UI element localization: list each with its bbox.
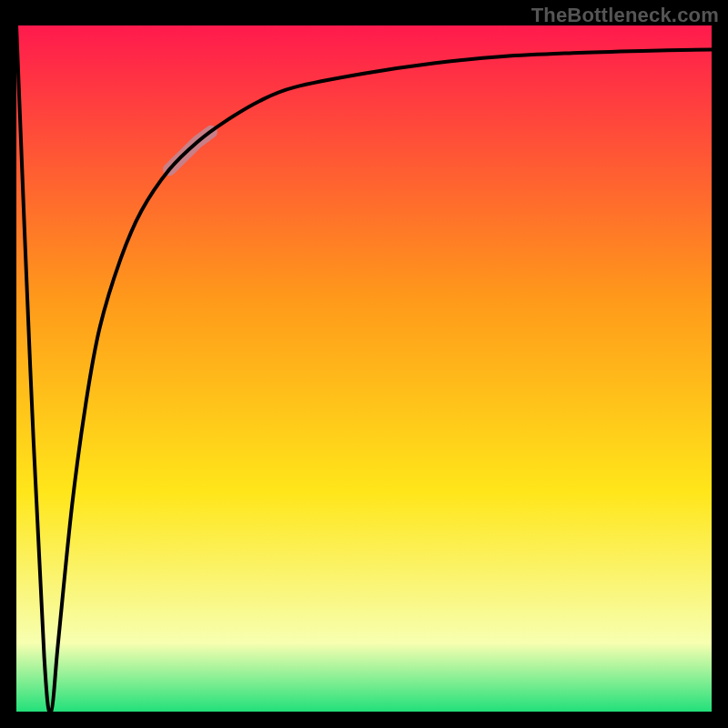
gradient-background [16, 25, 712, 712]
plot-area [16, 25, 712, 712]
bottleneck-chart [16, 25, 712, 712]
watermark-text: TheBottleneck.com [531, 4, 719, 27]
chart-frame: TheBottleneck.com [0, 0, 728, 728]
